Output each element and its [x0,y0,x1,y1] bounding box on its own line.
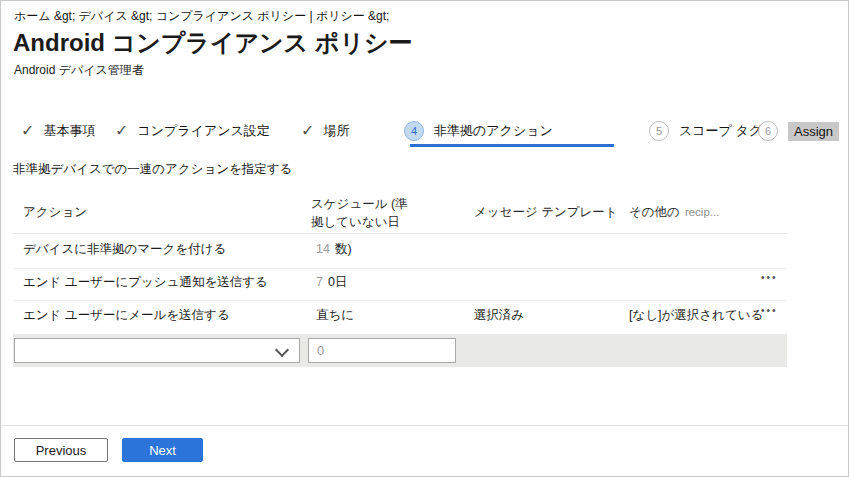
step-number-badge: 5 [649,121,669,141]
tab-compliance-settings[interactable]: ✓ コンプライアンス設定 [115,119,270,143]
row-menu-ellipsis-icon[interactable]: ••• [761,305,778,316]
schedule-days-input[interactable] [308,338,456,363]
tab-scope-tags[interactable]: 5 スコープ タグ [649,119,762,143]
row-divider [13,300,787,301]
footer-divider [1,425,849,426]
tab-assignments[interactable]: 6 Assign [758,119,839,143]
row-menu-ellipsis-icon[interactable]: ••• [761,272,778,283]
table-row-schedule-value: 14数) [316,241,352,258]
table-row-action-send-push-notification: エンド ユーザーにプッシュ通知を送信する [23,274,268,291]
check-icon: ✓ [21,123,34,139]
chevron-down-icon [275,343,289,357]
column-header-action: アクション [23,204,87,221]
tab-label: 基本事項 [43,122,95,140]
row-divider [13,268,787,269]
schedule-days-value: 14 [316,242,330,256]
table-row-message-template: 選択済み [474,307,524,324]
column-header-schedule-line2: 拠していない日 [311,213,408,231]
tab-label: Assign [788,122,839,141]
column-header-schedule-line1: スケジュール (準 [311,195,408,213]
previous-button[interactable]: Previous [14,438,108,462]
schedule-days-value: 7 [316,275,323,289]
header-divider [13,233,787,234]
page-subtitle: Android デバイス管理者 [14,62,144,79]
schedule-header-overflow: 数) [335,242,352,256]
tab-locations[interactable]: ✓ 場所 [301,119,349,143]
table-row-additional-recipients: [なし]が選択されている [629,307,763,324]
next-button[interactable]: Next [122,438,203,462]
column-header-message-template: メッセージ テンプレート [474,204,618,221]
check-icon: ✓ [301,123,314,139]
tab-label: スコープ タグ [679,122,762,140]
table-row-schedule-value: 70日 [316,274,347,291]
table-row-action-mark-noncompliant: デバイスに非準拠のマークを付ける [23,241,226,258]
check-icon: ✓ [115,123,128,139]
column-header-recipients-jp: その他の [629,205,680,219]
tab-label: コンプライアンス設定 [137,122,269,140]
step-number-badge: 4 [404,121,424,141]
column-header-schedule: スケジュール (準 拠していない日 [311,195,408,231]
table-row-action-send-email: エンド ユーザーにメールを送信する [23,307,230,324]
breadcrumb[interactable]: ホーム &gt; デバイス &gt; コンプライアンス ポリシー | ポリシー … [14,8,389,25]
tab-label: 非準拠のアクション [434,122,553,140]
tab-actions-for-noncompliance[interactable]: 4 非準拠のアクション [404,119,553,143]
page-title: Android コンプライアンス ポリシー [13,27,413,59]
step-number-badge: 6 [758,121,778,141]
column-header-recipients-en: recip... [685,206,720,218]
tab-label: 場所 [323,122,349,140]
schedule-days-label: 0日 [328,275,347,289]
tab-basics[interactable]: ✓ 基本事項 [21,119,95,143]
compliance-policy-page: ホーム &gt; デバイス &gt; コンプライアンス ポリシー | ポリシー … [0,0,849,477]
section-description: 非準拠デバイスでの一連のアクションを指定する [13,161,292,178]
column-header-additional-recipients: その他のrecip... [629,204,719,221]
active-tab-underline [410,144,614,147]
action-select[interactable] [14,338,300,363]
table-row-schedule-value: 直ちに [316,307,354,324]
